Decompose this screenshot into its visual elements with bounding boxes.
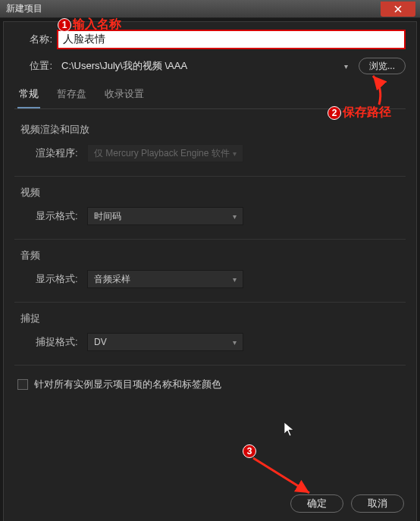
name-input[interactable] xyxy=(57,30,406,49)
location-field[interactable]: ▾ xyxy=(57,57,353,75)
capture-format-row: 捕捉格式: DV ▾ xyxy=(14,328,406,356)
capture-format-label: 捕捉格式: xyxy=(36,335,87,349)
separator xyxy=(14,365,406,366)
renderer-dropdown: 仅 Mercury Playback Engine 软件 ▾ xyxy=(87,144,243,162)
audio-format-value: 音频采样 xyxy=(94,273,130,286)
cancel-button[interactable]: 取消 xyxy=(351,494,404,513)
name-label: 名称: xyxy=(14,33,52,46)
location-row: 位置: ▾ 浏览... xyxy=(14,57,406,75)
video-format-label: 显示格式: xyxy=(36,209,87,223)
audio-format-dropdown[interactable]: 音频采样 ▾ xyxy=(87,270,243,288)
video-format-dropdown[interactable]: 时间码 ▾ xyxy=(87,207,243,225)
checkbox-row[interactable]: 针对所有实例显示项目项的名称和标签颜色 xyxy=(14,372,406,397)
separator xyxy=(14,239,406,240)
chevron-down-icon: ▾ xyxy=(233,149,237,158)
new-project-dialog: 新建项目 名称: 位置: ▾ 浏览... 常规 暂存盘 收录设置 视频渲染和回放… xyxy=(0,0,420,521)
chevron-down-icon: ▾ xyxy=(233,338,237,347)
chevron-down-icon: ▾ xyxy=(233,212,237,221)
tab-ingest[interactable]: 收录设置 xyxy=(103,83,146,108)
titlebar: 新建项目 xyxy=(0,0,420,18)
section-render-title: 视频渲染和回放 xyxy=(14,120,406,140)
checkbox-label: 针对所有实例显示项目项的名称和标签颜色 xyxy=(34,378,221,391)
browse-button[interactable]: 浏览... xyxy=(359,58,406,74)
chevron-down-icon: ▾ xyxy=(233,275,237,284)
video-format-value: 时间码 xyxy=(94,210,121,223)
section-video: 视频 显示格式: 时间码 ▾ xyxy=(14,183,406,230)
dialog-content: 名称: 位置: ▾ 浏览... 常规 暂存盘 收录设置 视频渲染和回放 渲染程序… xyxy=(3,21,417,521)
section-audio: 音频 显示格式: 音频采样 ▾ xyxy=(14,246,406,293)
label-color-checkbox[interactable] xyxy=(17,379,28,390)
section-capture: 捕捉 捕捉格式: DV ▾ xyxy=(14,309,406,356)
window-title: 新建项目 xyxy=(6,2,42,15)
capture-format-dropdown[interactable]: DV ▾ xyxy=(87,333,243,351)
audio-format-label: 显示格式: xyxy=(36,272,87,286)
tab-scratch[interactable]: 暂存盘 xyxy=(55,83,88,108)
section-video-title: 视频 xyxy=(14,183,406,202)
renderer-value: 仅 Mercury Playback Engine 软件 xyxy=(94,147,230,160)
close-button[interactable] xyxy=(381,2,415,17)
video-format-row: 显示格式: 时间码 ▾ xyxy=(14,202,406,230)
name-row: 名称: xyxy=(14,30,406,49)
renderer-row: 渲染程序: 仅 Mercury Playback Engine 软件 ▾ xyxy=(14,140,406,167)
section-render: 视频渲染和回放 渲染程序: 仅 Mercury Playback Engine … xyxy=(14,120,406,167)
location-input[interactable] xyxy=(57,57,340,75)
audio-format-row: 显示格式: 音频采样 ▾ xyxy=(14,265,406,293)
chevron-down-icon: ▾ xyxy=(340,62,353,71)
close-icon xyxy=(394,5,402,13)
separator xyxy=(14,302,406,303)
arrow-2 xyxy=(356,73,387,108)
renderer-label: 渲染程序: xyxy=(36,146,87,160)
cursor-icon xyxy=(284,422,296,441)
section-capture-title: 捕捉 xyxy=(14,309,406,328)
section-audio-title: 音频 xyxy=(14,246,406,265)
tabs: 常规 暂存盘 收录设置 xyxy=(14,83,406,109)
location-label: 位置: xyxy=(14,59,52,73)
tab-general[interactable]: 常规 xyxy=(17,83,40,108)
arrow-3 xyxy=(250,455,318,501)
capture-format-value: DV xyxy=(94,337,107,347)
separator xyxy=(14,176,406,177)
